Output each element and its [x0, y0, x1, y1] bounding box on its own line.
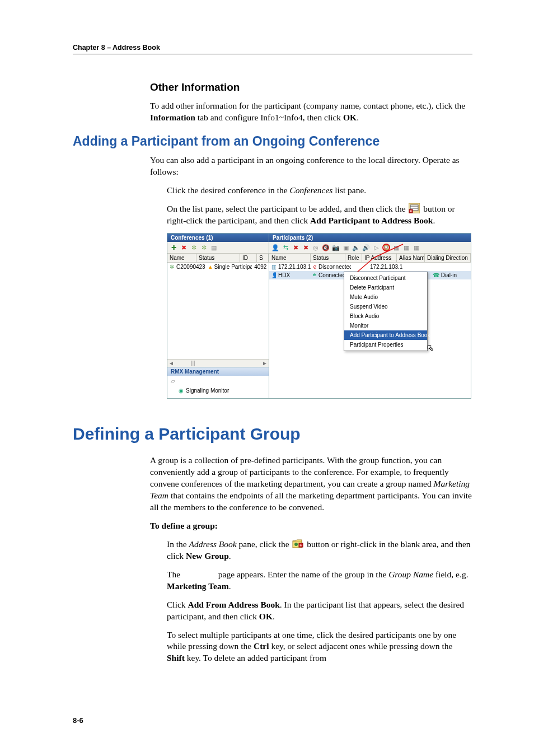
menu-monitor[interactable]: Monitor [344, 321, 427, 330]
menu-disconnect-participant[interactable]: Disconnect Participant [344, 273, 427, 283]
scrollbar[interactable]: ◄ ||| ► [167, 359, 269, 367]
participants-columns: Name Status Role IP Address Alias Name D… [269, 254, 471, 263]
text: Click [167, 600, 188, 609]
group-name-label: Group Name [388, 570, 433, 579]
add-participant-icon [409, 203, 420, 213]
chapter-header: Chapter 8 – Address Book [73, 44, 472, 54]
defining-intro: A group is a collection of pre-defined p… [150, 455, 472, 514]
gear-icon: ✲ [170, 264, 174, 270]
menu-mute-audio[interactable]: Mute Audio [344, 292, 427, 302]
tree-node-label[interactable]: Signaling Monitor [186, 388, 229, 394]
text: key. To delete an added participant from [185, 653, 326, 662]
scroll-left-icon[interactable]: ◄ [168, 360, 174, 366]
p-name: HDX [276, 272, 311, 279]
screenshot: Conferences (1) ✚ ✖ ✲ ✲ ▤ Name Status ID… [167, 233, 458, 399]
defining-group-heading: Defining a Participant Group [73, 424, 472, 444]
warning-icon: ▲ [208, 264, 212, 270]
menu-delete-participant[interactable]: Delete Participant [344, 283, 427, 292]
text: . [229, 551, 231, 561]
adding-step-2: On the list pane, select the participant… [150, 203, 472, 227]
participants-title: Participants (2) [269, 234, 471, 242]
ok-label: OK [343, 113, 357, 122]
list-icon[interactable]: ▤ [210, 244, 218, 251]
p-alias [402, 267, 430, 268]
col-role[interactable]: Role [345, 254, 362, 262]
delete-icon[interactable]: ✖ [180, 244, 188, 251]
ok-label: OK [259, 612, 273, 621]
text: To add other information for the partici… [150, 101, 465, 110]
conferences-pane: Conferences (1) ✚ ✖ ✲ ✲ ▤ Name Status ID… [167, 233, 269, 399]
conference-row[interactable]: ✲ C20090423 1 ▲ Single Participant 4092 [167, 263, 269, 271]
new-conference-icon[interactable]: ✚ [170, 244, 177, 251]
rmx-management-title: RMX Management [167, 367, 269, 376]
gear-icon[interactable]: ✲ [190, 244, 198, 251]
disconnect-icon[interactable]: ✖ [292, 244, 299, 251]
marketing-team-value: Marketing Team [167, 581, 229, 591]
menu-block-audio[interactable]: Block Audio [344, 311, 427, 321]
conferences-grid[interactable]: ✲ C20090423 1 ▲ Single Participant 4092 [167, 263, 269, 359]
define-step-2: The page appears. Enter the name of the … [150, 569, 472, 592]
conf-status: Single Participant [212, 263, 252, 270]
participants-pane: Participants (2) 👤 ⇆ ✖ ✖ ◎ 🔇 📷 ▣ 🔈 🔊 ▷ [269, 233, 471, 399]
menu-add-participant-to-address-book[interactable]: Add Participant to Address Book [344, 330, 427, 340]
col-ip[interactable]: IP Address [362, 254, 397, 262]
unmute-icon[interactable]: 🔊 [362, 244, 370, 251]
text: that contains the endpoints of all the m… [150, 491, 472, 512]
collapse-icon[interactable]: ▱ [171, 378, 265, 384]
cursor-icon: ↖ [427, 343, 434, 352]
page-number: 8-6 [73, 716, 83, 725]
p-status: Disconnected [316, 263, 351, 270]
mute-icon[interactable]: 🔇 [322, 244, 330, 251]
text: . [273, 612, 275, 621]
new-group-icon [292, 539, 303, 549]
col-id[interactable]: ID [240, 254, 257, 262]
conferences-title: Conferences (1) [167, 234, 269, 242]
participant-row[interactable]: ▥ 172.21.103.1 ⊘ Disconnected 172.21.103… [269, 263, 471, 271]
video-icon[interactable]: ▣ [342, 244, 350, 251]
svg-point-9 [294, 543, 298, 546]
col-status[interactable]: Status [196, 254, 240, 262]
connect-icon[interactable]: ⇆ [282, 244, 289, 251]
define-step-4: To select multiple participants at one t… [150, 629, 472, 665]
text: In the [167, 539, 189, 549]
other-information-body: To add other information for the partici… [150, 100, 472, 124]
col-s[interactable]: S [257, 254, 269, 262]
text: . [229, 581, 231, 591]
delete-icon[interactable]: ✖ [302, 244, 310, 251]
layout-icon[interactable]: ▦ [392, 244, 400, 251]
context-menu[interactable]: Disconnect Participant Delete Participan… [344, 272, 428, 351]
address-book-label: Address Book [189, 539, 237, 549]
play-icon[interactable]: ▷ [372, 244, 380, 251]
text: A group is a collection of pre-defined p… [150, 455, 449, 488]
p-dial: Dial-in [441, 272, 457, 278]
col-name[interactable]: Name [167, 254, 196, 262]
col-name[interactable]: Name [269, 254, 311, 262]
text: . [357, 113, 359, 122]
text: pane, click the [237, 539, 292, 549]
menu-suspend-video[interactable]: Suspend Video [344, 302, 427, 311]
col-status[interactable]: Status [311, 254, 345, 262]
add-participant-icon[interactable]: 👤 [271, 244, 279, 251]
conferences-columns: Name Status ID S [167, 254, 269, 263]
col-dial[interactable]: Dialing Direction [425, 254, 471, 262]
p-name: 172.21.103.1 [276, 263, 311, 270]
layout-icon[interactable]: ▦ [402, 244, 410, 251]
text: On the list pane, select the participant… [167, 204, 407, 213]
adding-participant-heading: Adding a Participant from an Ongoing Con… [73, 134, 472, 149]
speaker-icon[interactable]: 🔈 [352, 244, 360, 251]
col-alias[interactable]: Alias Name [397, 254, 425, 262]
menu-participant-properties[interactable]: Participant Properties [344, 340, 427, 349]
other-information-heading: Other Information [150, 81, 472, 94]
camera-icon[interactable]: 📷 [332, 244, 340, 251]
add-to-address-book-icon[interactable] [382, 244, 390, 251]
scroll-right-icon[interactable]: ► [262, 360, 268, 366]
text: . [433, 216, 435, 225]
rmx-tree[interactable]: ▱ ◉ Signaling Monitor [167, 376, 269, 398]
define-step-1: In the Address Book pane, click the butt… [150, 539, 472, 562]
record-icon[interactable]: ◎ [312, 244, 320, 251]
gear-icon[interactable]: ✲ [200, 244, 208, 251]
participants-toolbar: 👤 ⇆ ✖ ✖ ◎ 🔇 📷 ▣ 🔈 🔊 ▷ [269, 242, 471, 254]
monitor-icon: ◉ [179, 388, 184, 394]
layout-icon[interactable]: ▦ [413, 244, 420, 251]
text: field, e.g. [433, 570, 468, 579]
